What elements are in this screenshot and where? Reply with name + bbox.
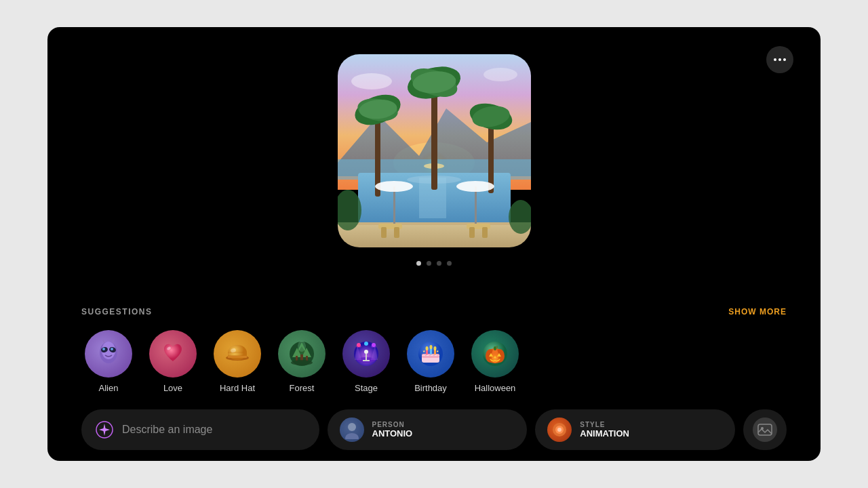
show-more-button[interactable]: SHOW MORE bbox=[728, 307, 787, 317]
image-icon bbox=[753, 418, 777, 442]
bottom-section: SUGGESTIONS SHOW MORE bbox=[47, 307, 821, 393]
svg-point-81 bbox=[430, 345, 433, 349]
svg-point-25 bbox=[456, 181, 494, 192]
dot-4[interactable] bbox=[447, 261, 452, 266]
svg-rect-27 bbox=[381, 227, 387, 238]
describe-image-placeholder: Describe an image bbox=[122, 424, 212, 436]
style-label-top: STYLE bbox=[580, 421, 629, 428]
svg-point-80 bbox=[426, 346, 429, 350]
svg-point-60 bbox=[291, 360, 313, 365]
extra-button[interactable] bbox=[743, 409, 787, 450]
svg-rect-22 bbox=[393, 186, 395, 224]
svg-rect-30 bbox=[469, 227, 475, 238]
suggestions-grid: Alien bbox=[81, 330, 787, 393]
suggestions-header: SUGGESTIONS SHOW MORE bbox=[81, 307, 787, 317]
dot-1[interactable] bbox=[416, 261, 421, 266]
style-pill[interactable]: STYLE ANIMATION bbox=[535, 409, 735, 450]
suggestion-halloween[interactable]: Halloween bbox=[468, 330, 522, 393]
suggestion-label-hardhat: Hard Hat bbox=[220, 383, 255, 393]
more-dots-icon bbox=[774, 58, 786, 61]
person-label-top: PERSON bbox=[372, 421, 413, 428]
suggestion-love[interactable]: Love bbox=[146, 330, 200, 393]
svg-point-61 bbox=[298, 341, 306, 352]
pagination-dots bbox=[416, 261, 452, 266]
describe-image-input[interactable]: Describe an image bbox=[81, 409, 319, 450]
halloween-icon bbox=[471, 330, 519, 378]
svg-line-42 bbox=[102, 340, 104, 343]
svg-point-97 bbox=[345, 433, 359, 439]
person-pill-text: PERSON ANTONIO bbox=[372, 421, 413, 439]
suggestion-stage[interactable]: Stage bbox=[339, 330, 393, 393]
suggestion-birthday[interactable]: ★ ★ Birthday bbox=[403, 330, 458, 393]
bottom-bar: Describe an image PERSON ANTONIO bbox=[47, 399, 821, 461]
svg-point-40 bbox=[102, 348, 105, 350]
stage-icon bbox=[342, 330, 390, 378]
birthday-icon: ★ ★ bbox=[407, 330, 454, 378]
style-pill-text: STYLE ANIMATION bbox=[580, 421, 629, 439]
suggestion-label-birthday: Birthday bbox=[414, 383, 447, 393]
svg-rect-24 bbox=[475, 186, 477, 224]
svg-point-96 bbox=[348, 423, 356, 431]
svg-point-94 bbox=[488, 352, 502, 363]
person-label-bottom: ANTONIO bbox=[372, 428, 413, 439]
dot-2[interactable] bbox=[427, 261, 431, 266]
svg-point-100 bbox=[557, 428, 561, 432]
style-label-bottom: ANIMATION bbox=[580, 428, 629, 439]
alien-icon bbox=[85, 330, 132, 378]
svg-point-73 bbox=[371, 345, 376, 348]
suggestion-label-forest: Forest bbox=[290, 383, 315, 393]
svg-rect-51 bbox=[228, 356, 247, 358]
svg-rect-28 bbox=[394, 227, 399, 238]
suggestion-label-halloween: Halloween bbox=[475, 383, 516, 393]
love-icon bbox=[149, 330, 197, 378]
svg-line-44 bbox=[113, 340, 115, 343]
svg-point-23 bbox=[375, 181, 413, 192]
person-pill[interactable]: PERSON ANTONIO bbox=[328, 409, 528, 450]
svg-point-34 bbox=[351, 73, 392, 89]
app-window: SUGGESTIONS SHOW MORE bbox=[47, 27, 821, 461]
dot-3[interactable] bbox=[437, 261, 441, 266]
person-avatar bbox=[340, 418, 364, 442]
suggestion-forest[interactable]: Forest bbox=[275, 330, 329, 393]
forest-icon bbox=[278, 330, 326, 378]
svg-point-41 bbox=[111, 348, 113, 350]
main-image-card[interactable] bbox=[338, 54, 531, 247]
svg-point-66 bbox=[364, 350, 368, 354]
svg-point-70 bbox=[364, 342, 368, 346]
suggestions-label: SUGGESTIONS bbox=[81, 307, 153, 317]
suggestion-label-stage: Stage bbox=[355, 383, 378, 393]
sparkle-icon bbox=[95, 420, 114, 439]
svg-point-35 bbox=[484, 68, 517, 81]
hardhat-icon bbox=[214, 330, 261, 378]
svg-rect-31 bbox=[482, 227, 488, 238]
suggestion-hardhat[interactable]: Hard Hat bbox=[210, 330, 264, 393]
main-content bbox=[47, 27, 821, 307]
more-button[interactable] bbox=[766, 46, 793, 73]
suggestion-label-alien: Alien bbox=[99, 383, 119, 393]
suggestion-label-love: Love bbox=[163, 383, 182, 393]
suggestion-alien[interactable]: Alien bbox=[81, 330, 136, 393]
svg-rect-9 bbox=[338, 222, 531, 247]
svg-rect-67 bbox=[366, 354, 367, 361]
style-icon bbox=[547, 418, 572, 442]
svg-point-72 bbox=[356, 345, 361, 348]
